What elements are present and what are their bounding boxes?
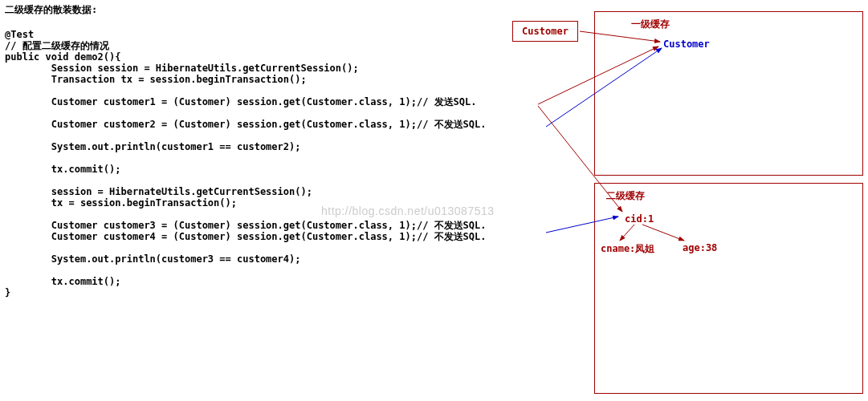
page-title: 二级缓存的散装数据:: [5, 3, 97, 17]
level1-customer-label: Customer: [663, 38, 710, 50]
level2-cache-label: 二级缓存: [606, 189, 645, 203]
level1-cache-box: [594, 11, 863, 176]
customer-source-box: Customer: [512, 21, 578, 42]
cid-label: cid:1: [625, 213, 654, 225]
watermark-text: http://blog.csdn.net/u013087513: [321, 205, 495, 217]
code-block: @Test // 配置二级缓存的情况 public void demo2(){ …: [5, 29, 487, 298]
age-label: age:38: [683, 242, 717, 253]
cname-label: cname:凤姐: [601, 242, 654, 256]
level1-cache-label: 一级缓存: [631, 18, 670, 31]
